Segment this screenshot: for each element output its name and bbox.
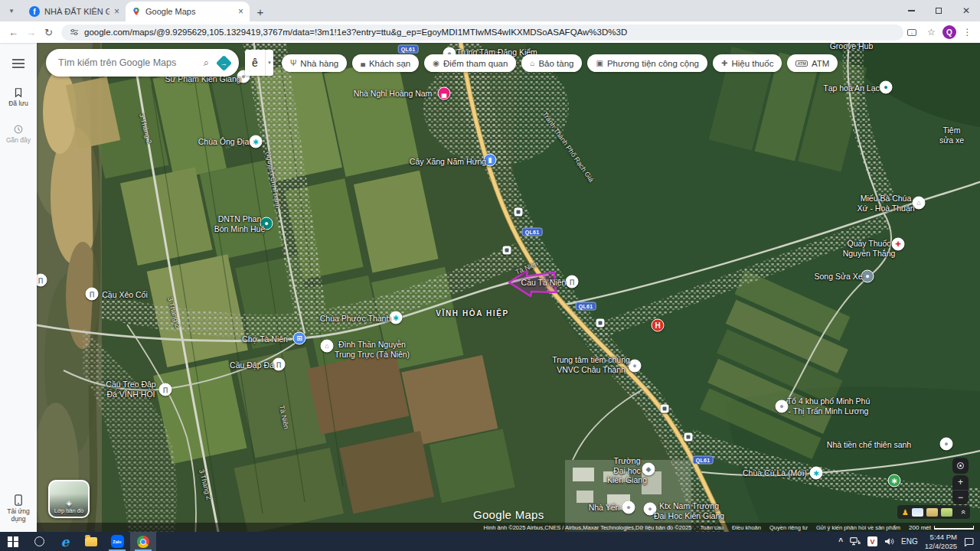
category-chip[interactable]: ◉ Điểm tham quan <box>424 54 516 72</box>
place-label[interactable]: Cầu Đập Đá <box>230 360 274 370</box>
menu-button[interactable] <box>12 57 24 70</box>
bus-stop-icon[interactable] <box>684 433 693 442</box>
attribution-link[interactable]: Toàn cầu <box>701 524 724 531</box>
bus-stop-icon[interactable] <box>661 405 669 413</box>
ime-language-widget[interactable]: ê ▼ <box>245 50 273 76</box>
map-pin[interactable]: ⊞ <box>293 332 306 345</box>
bookmark-star-icon[interactable]: ☆ <box>923 27 939 37</box>
category-chip[interactable]: ⌂ Bảo tàng <box>521 54 582 72</box>
action-center-icon[interactable] <box>964 537 974 546</box>
place-label[interactable]: Chùa Phước Thành <box>320 314 391 324</box>
place-label[interactable]: Quầy Thuốc Nguyễn Thắng <box>843 239 896 258</box>
chevron-down-icon[interactable]: ▼ <box>265 50 273 76</box>
category-chip[interactable]: ATM ATM <box>787 54 838 72</box>
sidebar-item-saved[interactable]: Đã lưu <box>2 87 34 107</box>
category-chip[interactable]: ✚ Hiệu thuốc <box>713 54 782 72</box>
search-icon[interactable]: ⌕ <box>204 57 209 69</box>
map-pin[interactable]: ∗ <box>250 135 263 148</box>
place-label[interactable]: Nhà Nghỉ Hoàng Nam <box>354 89 433 99</box>
close-tab-icon[interactable]: × <box>238 6 243 17</box>
route-shield-badge[interactable]: QL61 <box>693 456 714 465</box>
attribution-link[interactable]: Quyền riêng tư <box>769 524 808 531</box>
place-label[interactable]: Trường Đại học Kiên Giang <box>607 456 647 485</box>
browser-menu-icon[interactable]: ⋮ <box>959 27 975 37</box>
place-label[interactable]: Miếu Bà Chúa Xứ - Hoà Thuận <box>857 194 914 213</box>
profile-avatar[interactable]: Q <box>942 25 956 39</box>
close-window-button[interactable]: ✕ <box>952 0 980 21</box>
maximize-button[interactable] <box>925 0 952 21</box>
language-indicator[interactable]: ENG <box>901 537 918 546</box>
place-label[interactable]: Chùa Ông Địa <box>198 137 250 147</box>
unikey-icon[interactable]: V <box>867 536 877 546</box>
place-label[interactable]: Cầu Xẻo Cối <box>102 290 148 300</box>
map-pin[interactable]: ● <box>880 81 893 94</box>
place-label[interactable]: Chùa Cù Là (Mới) <box>743 468 807 478</box>
collapse-icon[interactable]: « <box>959 510 967 514</box>
taskbar-file-explorer-button[interactable] <box>78 532 104 551</box>
map-pin[interactable]: ∗ <box>888 474 901 487</box>
place-label[interactable]: Đình Thần Nguyễn Trung Trực (Tà Niên) <box>335 340 410 359</box>
install-app-icon[interactable]: ↓ <box>907 29 923 36</box>
map-pin[interactable]: ● <box>861 270 874 283</box>
taskbar-edge-button[interactable]: e <box>52 532 78 551</box>
place-label[interactable]: Cầu Tà Niên <box>521 278 567 288</box>
category-chip[interactable]: ▄ Khách sạn <box>352 54 419 72</box>
place-label[interactable]: VĨNH HÒA HIỆP <box>436 309 508 318</box>
sidebar-item-recents[interactable]: Gần đây <box>2 124 34 144</box>
route-shield-badge[interactable]: QL61 <box>576 302 596 311</box>
attribution-link[interactable]: Gửi ý kiến phản hồi về sản phẩm <box>816 524 900 531</box>
browser-tab-facebook[interactable]: f NHÀ ĐẤT KIÊN GIANG | Facebook × <box>23 2 126 21</box>
place-label[interactable]: Cây Xăng Năm Hưng <box>410 157 486 167</box>
network-icon[interactable] <box>850 537 861 546</box>
route-shield-badge[interactable]: QL61 <box>398 45 419 54</box>
map-pin[interactable]: ● <box>622 501 635 514</box>
search-input[interactable] <box>58 57 198 68</box>
map-pin[interactable]: ∗ <box>390 311 403 324</box>
url-bar[interactable]: google.com/maps/@9.9295629,105.1329419,3… <box>61 24 903 41</box>
pegman-icon[interactable]: ♟ <box>902 508 909 517</box>
place-label[interactable]: Song Sửa Xe <box>814 272 862 282</box>
map-pin[interactable]: ∏ <box>86 288 99 301</box>
reload-button[interactable]: ↻ <box>40 27 57 38</box>
site-settings-icon[interactable] <box>70 28 79 37</box>
map-canvas[interactable] <box>37 43 980 532</box>
place-label[interactable]: Nhà tiền chế thiên sanh <box>827 440 911 450</box>
bus-stop-icon[interactable] <box>514 208 523 217</box>
new-tab-button[interactable]: + <box>250 2 271 21</box>
imagery-thumbnail[interactable] <box>926 508 938 517</box>
bus-stop-icon[interactable] <box>503 246 511 255</box>
forward-button[interactable]: → <box>22 27 40 38</box>
taskbar-search-button[interactable] <box>26 532 52 551</box>
back-button[interactable]: ← <box>5 27 22 38</box>
close-tab-icon[interactable]: × <box>114 6 119 17</box>
browser-tab-google-maps[interactable]: Google Maps × <box>126 2 250 21</box>
category-chip[interactable]: ▣ Phương tiện công cộng <box>587 54 707 72</box>
directions-button[interactable]: → <box>214 54 233 72</box>
tray-expand-icon[interactable]: ^ <box>838 537 843 546</box>
place-label[interactable]: DNTN Phan Bón Minh Huệ <box>214 214 266 233</box>
taskbar-clock[interactable]: 5:44 PM 12/4/2025 <box>925 533 957 550</box>
map-pin[interactable]: ∏ <box>159 383 172 396</box>
my-location-button[interactable] <box>952 458 969 474</box>
taskbar-zalo-button[interactable]: Zalo <box>104 532 130 551</box>
route-shield-badge[interactable]: QL61 <box>522 228 543 236</box>
map-pin[interactable]: ● <box>940 438 953 451</box>
taskbar-chrome-button[interactable] <box>130 532 156 551</box>
place-label[interactable]: Tổ 4 khu phố Minh Phú - Thị Trấn Minh Lư… <box>787 396 871 416</box>
zoom-in-button[interactable]: + <box>952 475 969 490</box>
sidebar-item-get-app[interactable]: Tải ứng dụng <box>2 494 34 523</box>
place-label[interactable]: Ktx Nam Trường Đại Học Kiên Giang <box>654 501 724 520</box>
map-pin[interactable]: ⌂ <box>321 340 334 353</box>
attribution-link[interactable]: Điều khoản <box>732 524 761 531</box>
map-pin[interactable]: ∗ <box>810 467 823 480</box>
place-label[interactable]: Chợ Tà Niên <box>242 334 288 344</box>
imagery-thumbnail[interactable] <box>941 508 952 517</box>
place-label[interactable]: Tạp hoá An Lạc <box>823 83 880 93</box>
volume-icon[interactable] <box>884 537 894 546</box>
map-layers-button[interactable]: ◈Lớp bản đồ <box>48 480 90 518</box>
tab-search-button[interactable]: ▾ <box>0 0 23 21</box>
minimize-button[interactable] <box>897 0 925 21</box>
imagery-thumbnail[interactable] <box>912 508 923 517</box>
start-button[interactable] <box>0 532 26 551</box>
place-label[interactable]: Tiệm sửa xe <box>938 126 966 145</box>
